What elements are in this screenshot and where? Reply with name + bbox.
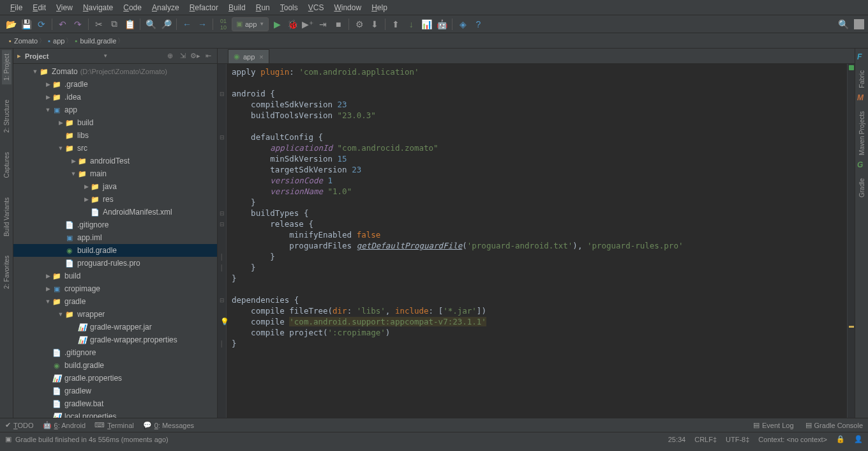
tool3-icon[interactable]: 📊: [419, 17, 433, 31]
breadcrumb[interactable]: ▪Zomato: [5, 34, 44, 47]
tree-arrow-icon[interactable]: ▼: [70, 171, 77, 177]
right-tab-mavenprojects[interactable]: Maven Projects: [857, 106, 867, 157]
error-stripe[interactable]: [847, 64, 855, 418]
cut-icon[interactable]: ✂: [92, 17, 106, 31]
tree-item[interactable]: 📁libs: [13, 129, 217, 142]
bottom-tab-eventlog[interactable]: ▤Event Log: [753, 421, 794, 429]
structure-icon[interactable]: ◈: [456, 17, 470, 31]
debug-icon[interactable]: 🐞: [285, 17, 299, 31]
collapse-icon[interactable]: ⇲: [177, 51, 188, 61]
tree-item[interactable]: 📄proguard-rules.pro: [13, 257, 217, 270]
hide-icon[interactable]: ⇤: [203, 51, 213, 61]
menu-view[interactable]: View: [51, 1, 78, 14]
tree-item[interactable]: ◉build.gradle: [13, 244, 217, 257]
bottom-tab-messages[interactable]: 💬0: Messages: [143, 421, 194, 429]
tree-arrow-icon[interactable]: ▶: [70, 158, 77, 164]
back-icon[interactable]: ←: [180, 17, 194, 31]
menu-analyze[interactable]: Analyze: [147, 1, 184, 14]
tree-arrow-icon[interactable]: ▼: [31, 68, 39, 75]
menu-run[interactable]: Run: [251, 1, 275, 14]
warning-marker[interactable]: [849, 326, 854, 328]
breadcrumb[interactable]: ▪build.gradle: [71, 34, 123, 47]
menu-build[interactable]: Build: [223, 1, 251, 14]
menu-refactor[interactable]: Refactor: [184, 1, 223, 14]
tree-item[interactable]: 📊gradle-wrapper.properties: [13, 333, 217, 346]
fold-gutter[interactable]: ⊟⊟⊟⊟││⊟│: [218, 64, 227, 418]
undo-icon[interactable]: ↶: [56, 17, 70, 31]
breadcrumb[interactable]: ▪app: [44, 34, 71, 47]
tree-item[interactable]: ▼📁main: [13, 167, 217, 180]
copy-icon[interactable]: ⧉: [107, 17, 121, 31]
toggle-toolwindows-icon[interactable]: ▣: [5, 435, 11, 443]
chevron-down-icon[interactable]: ▼: [103, 53, 108, 59]
tree-arrow-icon[interactable]: ▶: [44, 81, 52, 88]
tree-arrow-icon[interactable]: ▶: [82, 196, 90, 203]
tree-arrow-icon[interactable]: ▶: [44, 94, 52, 100]
left-tab-structure[interactable]: 2: Structure: [2, 96, 11, 137]
tool2-icon[interactable]: ↓: [404, 17, 418, 31]
tree-item[interactable]: ▼📁wrapper: [13, 308, 217, 321]
tree-item[interactable]: 📄gradlew: [13, 385, 217, 397]
tree-item[interactable]: 📄AndroidManifest.xml: [13, 206, 217, 218]
menu-window[interactable]: Window: [329, 1, 366, 14]
run-config-selector[interactable]: ▣ app ▼: [232, 17, 269, 31]
attach-icon[interactable]: ⇥: [316, 17, 330, 31]
tree-item[interactable]: 📊gradle.properties: [13, 372, 217, 385]
tree-item[interactable]: ◉build.gradle: [13, 359, 217, 372]
menu-navigate[interactable]: Navigate: [78, 1, 118, 14]
hector-icon[interactable]: 👤: [854, 435, 863, 443]
close-icon[interactable]: ×: [259, 53, 263, 61]
project-tree[interactable]: ▼📁Zomato(D:\Project\Zomato\Zomato)▶📁.gra…: [13, 64, 217, 418]
tree-arrow-icon[interactable]: ▶: [44, 273, 52, 279]
tool1-icon[interactable]: ⬆: [389, 17, 403, 31]
menu-vcs[interactable]: VCS: [303, 1, 329, 14]
tree-item[interactable]: ▼📁Zomato(D:\Project\Zomato\Zomato): [13, 65, 217, 78]
open-icon[interactable]: 📂: [4, 17, 18, 31]
menu-tools[interactable]: Tools: [275, 1, 303, 14]
settings-icon[interactable]: ⚙▸: [190, 51, 200, 61]
user-icon[interactable]: [854, 19, 864, 29]
tree-arrow-icon[interactable]: ▼: [57, 311, 64, 317]
stop-icon[interactable]: ■: [331, 17, 345, 31]
tree-item[interactable]: 📄gradlew.bat: [13, 397, 217, 410]
tree-item[interactable]: ▼▣app: [13, 103, 217, 116]
tree-arrow-icon[interactable]: ▼: [44, 107, 52, 113]
editor-tab[interactable]: ◉ app ×: [228, 49, 269, 63]
tree-arrow-icon[interactable]: ▶: [44, 286, 52, 292]
menu-help[interactable]: Help: [366, 1, 393, 14]
bottom-tab-terminal[interactable]: ⌨Terminal: [94, 421, 134, 429]
tree-item[interactable]: 📊local.properties: [13, 410, 217, 418]
profile-icon[interactable]: ▶⁺: [301, 17, 315, 31]
menu-code[interactable]: Code: [118, 1, 147, 14]
scroll-to-icon[interactable]: ⊕: [165, 51, 175, 61]
tree-item[interactable]: 📄.gitignore: [13, 218, 217, 231]
tree-item[interactable]: 📄.gitignore: [13, 346, 217, 359]
sdk-icon[interactable]: ⬇: [368, 17, 382, 31]
tree-item[interactable]: ▶📁.idea: [13, 91, 217, 103]
make-icon[interactable]: 0110: [216, 17, 230, 31]
run-icon[interactable]: ▶: [270, 17, 284, 31]
bottom-tab-todo[interactable]: ✔TODO: [5, 421, 34, 429]
paste-icon[interactable]: 📋: [123, 17, 137, 31]
tree-item[interactable]: ▶📁androidTest: [13, 155, 217, 167]
replace-icon[interactable]: 🔎: [159, 17, 173, 31]
left-tab-favorites[interactable]: 2: Favorites: [2, 252, 11, 293]
tree-item[interactable]: ▶📁java: [13, 180, 217, 193]
bottom-tab-gradleconsole[interactable]: ▤Gradle Console: [805, 421, 863, 429]
tree-arrow-icon[interactable]: ▶: [57, 119, 64, 126]
forward-icon[interactable]: →: [195, 17, 209, 31]
tree-item[interactable]: ▼📁gradle: [13, 295, 217, 308]
bottom-tab-android[interactable]: 🤖6: Android: [43, 421, 86, 429]
left-tab-project[interactable]: 1: Project: [2, 50, 11, 84]
right-tab-fabric[interactable]: Fabric: [857, 65, 867, 89]
context-label[interactable]: Context: <no context>: [758, 436, 827, 443]
tree-item[interactable]: ▶📁build: [13, 116, 217, 129]
save-icon[interactable]: 💾: [19, 17, 33, 31]
sync-icon[interactable]: ⟳: [34, 17, 49, 31]
tree-item[interactable]: ▼📁src: [13, 142, 217, 155]
line-separator[interactable]: CRLF‡: [694, 436, 717, 443]
tree-item[interactable]: 📊gradle-wrapper.jar: [13, 321, 217, 333]
file-encoding[interactable]: UTF-8‡: [726, 436, 749, 443]
tree-item[interactable]: ▶📁build: [13, 270, 217, 282]
menu-file[interactable]: File: [5, 1, 27, 14]
